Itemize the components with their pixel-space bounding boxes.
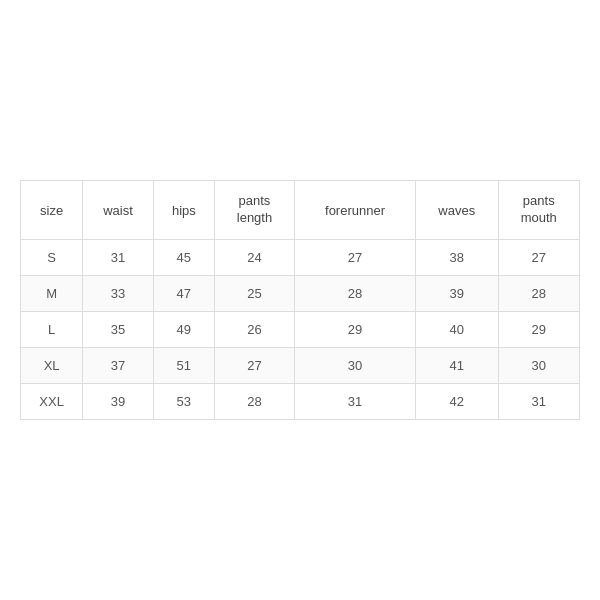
header-waist: waist [83,181,154,240]
cell-waves: 41 [415,347,498,383]
table-row: S314524273827 [21,239,580,275]
header-hips: hips [153,181,214,240]
table-row: L354926294029 [21,311,580,347]
cell-pants_mouth: 28 [498,275,579,311]
cell-waves: 38 [415,239,498,275]
cell-size: L [21,311,83,347]
cell-waves: 39 [415,275,498,311]
cell-waist: 31 [83,239,154,275]
cell-pants_length: 28 [214,383,294,419]
cell-pants_length: 24 [214,239,294,275]
table-row: XL375127304130 [21,347,580,383]
header-waves: waves [415,181,498,240]
cell-pants_mouth: 27 [498,239,579,275]
size-chart-table: size waist hips pantslength forerunner w… [20,180,580,420]
table-row: XXL395328314231 [21,383,580,419]
cell-forerunner: 27 [295,239,416,275]
cell-pants_length: 26 [214,311,294,347]
cell-size: S [21,239,83,275]
cell-waves: 40 [415,311,498,347]
cell-pants_length: 27 [214,347,294,383]
cell-pants_length: 25 [214,275,294,311]
cell-waist: 39 [83,383,154,419]
header-forerunner: forerunner [295,181,416,240]
cell-forerunner: 30 [295,347,416,383]
cell-waist: 37 [83,347,154,383]
cell-hips: 45 [153,239,214,275]
cell-size: XXL [21,383,83,419]
cell-waves: 42 [415,383,498,419]
table-row: M334725283928 [21,275,580,311]
cell-waist: 35 [83,311,154,347]
cell-forerunner: 29 [295,311,416,347]
cell-hips: 47 [153,275,214,311]
cell-hips: 51 [153,347,214,383]
cell-forerunner: 31 [295,383,416,419]
cell-pants_mouth: 29 [498,311,579,347]
size-chart-container: size waist hips pantslength forerunner w… [20,180,580,420]
cell-pants_mouth: 31 [498,383,579,419]
cell-pants_mouth: 30 [498,347,579,383]
cell-waist: 33 [83,275,154,311]
cell-hips: 49 [153,311,214,347]
header-pants-length: pantslength [214,181,294,240]
table-header-row: size waist hips pantslength forerunner w… [21,181,580,240]
cell-size: M [21,275,83,311]
header-pants-mouth: pantsmouth [498,181,579,240]
header-size: size [21,181,83,240]
cell-forerunner: 28 [295,275,416,311]
cell-hips: 53 [153,383,214,419]
cell-size: XL [21,347,83,383]
